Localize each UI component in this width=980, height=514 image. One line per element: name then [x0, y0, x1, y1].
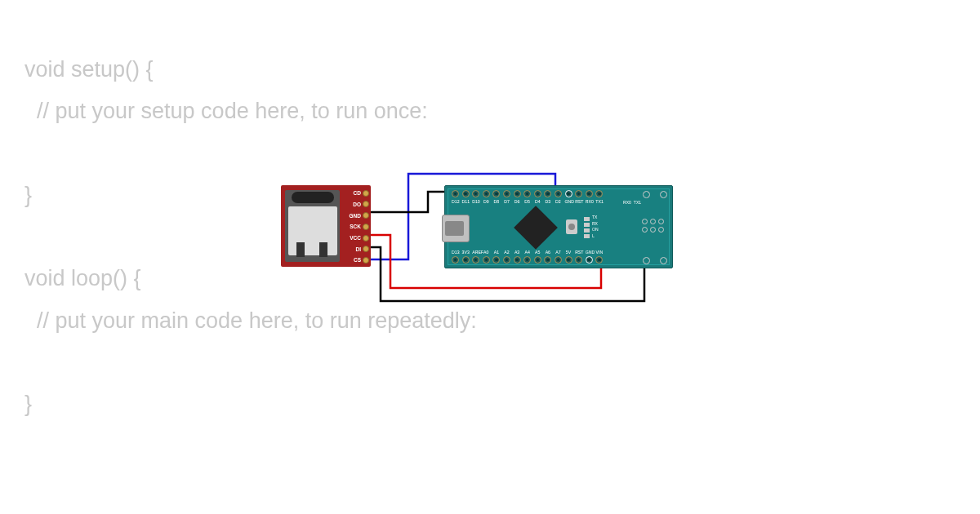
nano-pin-rx0[interactable]	[586, 190, 593, 197]
nano-pin-a2[interactable]	[503, 256, 510, 264]
sd-notch	[319, 242, 327, 257]
sd-pin-cs[interactable]: CS	[350, 255, 369, 265]
nano-bottom-labels: D133V3AREFA0A1A2A3A4A5A6A75VRSTGNDVIN	[452, 250, 603, 255]
nano-pin-d11[interactable]	[462, 190, 470, 197]
nano-pin-d4[interactable]	[534, 190, 541, 197]
nano-pin-a0[interactable]	[483, 256, 490, 264]
pad-icon	[658, 219, 664, 224]
nano-pin-d8[interactable]	[492, 190, 500, 197]
nano-pin-vin[interactable]	[595, 256, 603, 264]
pad-icon	[643, 257, 650, 264]
nano-pin-d6[interactable]	[514, 190, 521, 197]
sd-pin-do[interactable]: DO	[350, 200, 369, 210]
sd-pin-di[interactable]: DI	[350, 244, 369, 254]
pad-icon	[650, 219, 656, 224]
sd-card-module[interactable]: CD DO GND SCK VCC DI CS	[281, 185, 371, 267]
nano-pin-d10[interactable]	[472, 190, 479, 197]
nano-pin-a6[interactable]	[544, 256, 551, 264]
nano-pin-d13[interactable]	[452, 256, 459, 264]
nano-serial-labels: RX0 TX1	[623, 200, 641, 205]
led-icon	[584, 223, 590, 227]
pin-label: A0	[483, 250, 490, 255]
pin-label: D12	[452, 199, 459, 204]
pin-label: TX1	[595, 199, 603, 204]
pin-label: A5	[534, 250, 541, 255]
pin-hole-icon	[363, 190, 369, 197]
pin-label: A7	[555, 250, 562, 255]
sd-pin-gnd[interactable]: GND	[350, 210, 369, 220]
pin-label: D13	[452, 250, 459, 255]
nano-pin-d12[interactable]	[452, 190, 459, 197]
nano-end-pads	[643, 199, 667, 256]
pin-label: RST	[575, 199, 582, 204]
nano-pin-d9[interactable]	[483, 190, 490, 197]
nano-pin-a1[interactable]	[492, 256, 500, 264]
pin-label: D2	[555, 199, 562, 204]
sd-slot	[285, 190, 340, 262]
nano-pin-a7[interactable]	[555, 256, 562, 264]
nano-pin-a4[interactable]	[523, 256, 531, 264]
pin-label: RST	[575, 250, 582, 255]
nano-pin-gnd[interactable]	[565, 190, 572, 197]
nano-pin-3v3[interactable]	[462, 256, 470, 264]
pin-hole-icon	[363, 235, 369, 241]
led-icon	[584, 228, 590, 233]
nano-pin-rst[interactable]	[575, 190, 582, 197]
pin-label: D4	[534, 199, 541, 204]
nano-pin-d2[interactable]	[555, 190, 562, 197]
nano-pin-gnd[interactable]	[586, 256, 593, 264]
sd-slot-shield	[288, 206, 337, 255]
pin-label: A4	[523, 250, 531, 255]
sd-notch	[296, 242, 305, 257]
pin-label: D6	[514, 199, 521, 204]
pin-label: D5	[523, 199, 531, 204]
sd-pin-cd[interactable]: CD	[350, 188, 369, 198]
status-leds	[584, 217, 590, 238]
pin-label: A2	[503, 250, 510, 255]
nano-pin-a5[interactable]	[534, 256, 541, 264]
usb-port-icon	[442, 215, 470, 242]
code-line: void setup() {	[24, 57, 154, 82]
led-icon	[584, 217, 590, 221]
led-icon	[584, 234, 590, 238]
wiring-diagram: CD DO GND SCK VCC DI CS TX RX ON L D12D1…	[281, 174, 681, 304]
pad-icon	[650, 227, 656, 233]
nano-pin-d7[interactable]	[503, 190, 510, 197]
pin-label: GND	[586, 250, 593, 255]
arduino-nano[interactable]: TX RX ON L D12D11D10D9D8D7D6D5D4D3D2GNDR…	[444, 185, 673, 268]
pin-label: A6	[544, 250, 551, 255]
nano-pin-aref[interactable]	[472, 256, 479, 264]
pin-hole-icon	[363, 257, 369, 264]
pad-icon	[642, 219, 648, 224]
nano-top-labels: D12D11D10D9D8D7D6D5D4D3D2GNDRSTRX0TX1	[452, 199, 603, 204]
nano-pin-5v[interactable]	[565, 256, 572, 264]
nano-top-pins	[452, 190, 603, 197]
sd-battery-icon	[292, 192, 334, 203]
nano-pin-rst[interactable]	[575, 256, 582, 264]
pin-label: RX0	[623, 200, 631, 205]
sd-pin-header: CD DO GND SCK VCC DI CS	[350, 188, 369, 265]
wire-gnd-short	[368, 192, 451, 212]
pin-label: D9	[483, 199, 490, 204]
nano-pin-a3[interactable]	[514, 256, 521, 264]
pad-icon	[660, 191, 667, 198]
pin-hole-icon	[363, 224, 369, 230]
led-label: TX	[592, 215, 599, 220]
led-label: L	[592, 234, 599, 239]
reset-button[interactable]	[566, 219, 577, 234]
pin-label: 3V3	[462, 250, 470, 255]
led-labels: TX RX ON L	[592, 215, 599, 238]
led-label: RX	[592, 222, 599, 227]
code-line: // put your setup code here, to run once…	[24, 99, 428, 123]
pin-label: RX0	[586, 199, 593, 204]
pin-hole-icon	[363, 246, 369, 252]
nano-pin-d5[interactable]	[523, 190, 531, 197]
code-line: }	[24, 392, 32, 416]
sd-pin-sck[interactable]: SCK	[350, 222, 369, 232]
led-label: ON	[592, 228, 599, 233]
nano-bottom-pins	[452, 256, 603, 264]
sd-pin-vcc[interactable]: VCC	[350, 233, 369, 243]
nano-pin-tx1[interactable]	[595, 190, 603, 197]
nano-pin-d3[interactable]	[544, 190, 551, 197]
pad-icon	[642, 227, 648, 233]
